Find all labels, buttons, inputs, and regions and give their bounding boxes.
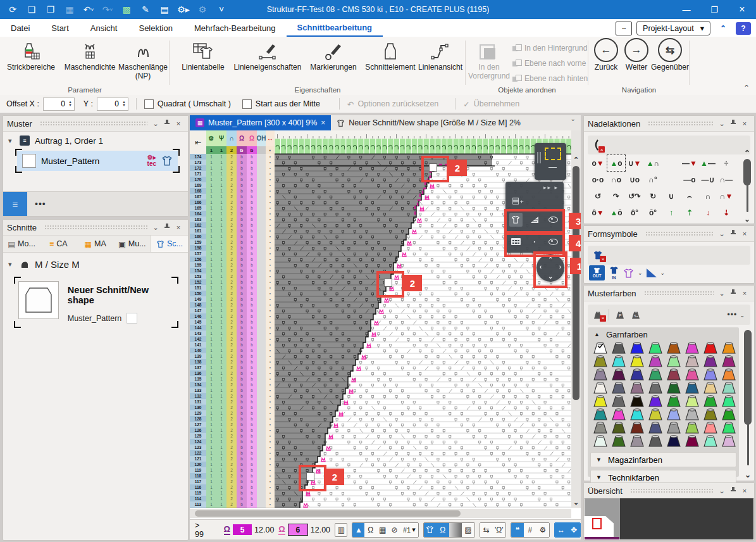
yarn-color-swatch[interactable]	[593, 382, 608, 394]
yarn-color-swatch[interactable]	[721, 395, 736, 407]
yarn-color-swatch[interactable]	[629, 342, 645, 354]
open-file-icon[interactable]: ❐	[44, 3, 57, 16]
pattern-row[interactable]: 117112bb▪	[190, 479, 275, 484]
pattern-row[interactable]: 157112bb▪	[190, 251, 275, 256]
pattern-row[interactable]: 162112bb▪	[190, 222, 275, 228]
split-view-button[interactable]: ▥	[335, 523, 347, 537]
editor-canvas-area[interactable]: ⇤ ⚙1Ψ1∩2ΩbΩbOH↔▪ 174112bb▪173112bb▪17211…	[190, 130, 581, 519]
pattern-row[interactable]: 164112bb▪	[190, 211, 275, 217]
sintral-gear-icon[interactable]: ⚙	[196, 3, 209, 16]
chevron-down-icon[interactable]: ⌄	[716, 289, 728, 298]
yarn-color-swatch[interactable]	[666, 369, 681, 381]
collapse-ribbon-icon[interactable]: ⌃	[715, 22, 731, 35]
needle-delete-icon[interactable]: ×	[593, 139, 602, 151]
pattern-row[interactable]: 171112bb▪	[190, 171, 275, 177]
pattern-row[interactable]: 137112bb▪	[190, 365, 275, 370]
pattern-row[interactable]: 169112bb▪	[190, 182, 275, 188]
needle-action-symbol[interactable]	[662, 172, 680, 187]
tab-selektion[interactable]: Selektion	[128, 20, 183, 36]
yarn-color-swatch[interactable]	[648, 395, 663, 407]
shape-in-button[interactable]: IN	[609, 266, 619, 280]
pattern-row[interactable]: 127112bb▪	[190, 422, 275, 427]
muster-pattern-item[interactable]: Muster_Pattern ⚙▸tec	[17, 151, 178, 171]
yarn-color-swatch[interactable]	[593, 395, 608, 407]
pattern-row[interactable]: 143112bb▪	[190, 331, 275, 336]
yarn-color-swatch[interactable]	[685, 342, 700, 354]
pattern-row[interactable]: 149112bb▪	[190, 296, 275, 302]
close-icon[interactable]: ×	[739, 487, 750, 495]
yarn-color-swatch[interactable]	[629, 382, 645, 394]
pattern-row[interactable]: 145112bb▪	[190, 319, 275, 325]
pattern-row[interactable]: 165112bb▪	[190, 205, 275, 211]
needle-action-symbol[interactable]: —o	[681, 172, 698, 187]
close-icon[interactable]: ×	[173, 224, 184, 231]
minimap-viewport[interactable]	[592, 518, 602, 529]
yarn-color-swatch[interactable]	[648, 355, 663, 367]
yarn-color-swatch[interactable]	[703, 422, 718, 434]
magazinfarben-section-header[interactable]: ▼ Magazinfarben	[590, 452, 736, 467]
chevron-down-icon[interactable]: ⌄	[716, 230, 728, 238]
yarn-color-swatch[interactable]	[611, 422, 626, 434]
pattern-row[interactable]: 160112bb▪	[190, 234, 275, 239]
pattern-row[interactable]: 163112bb▪	[190, 217, 275, 222]
yarn-color-swatch[interactable]	[666, 355, 681, 367]
yarn-color-swatch[interactable]	[611, 408, 626, 420]
yarn-color-swatch[interactable]	[629, 435, 645, 447]
pattern-row[interactable]: 166112bb▪	[190, 199, 275, 205]
yarn-color-swatch[interactable]	[685, 408, 700, 420]
swap-direction-button[interactable]: ⇆	[480, 523, 493, 537]
pattern-row[interactable]: 126112bb▪	[190, 427, 275, 433]
pin-icon[interactable]	[728, 119, 739, 128]
checkbox-icon[interactable]	[144, 99, 154, 109]
scroll-down-icon[interactable]: ⌄	[571, 498, 581, 507]
maschendichte-button[interactable]: Maschendichte	[61, 39, 119, 72]
chevron-down-icon[interactable]: ⌄	[150, 120, 161, 128]
yarn-color-swatch[interactable]	[666, 408, 681, 420]
none-view-button[interactable]: ⊘	[388, 523, 400, 537]
shirt-outline-button[interactable]	[623, 268, 634, 279]
column-header-yarn-carrier-a[interactable]: ⚙	[206, 130, 217, 146]
pattern-row[interactable]: 128112bb▪	[190, 416, 275, 422]
pattern-row[interactable]: 147112bb▪	[190, 308, 275, 313]
tab-datei[interactable]: Datei	[0, 20, 40, 36]
ctrl-cell-stitch-back[interactable]: b	[247, 501, 257, 508]
yarn-color-swatch[interactable]	[611, 342, 626, 354]
chevron-down-icon[interactable]: ⌄	[638, 270, 643, 276]
close-icon[interactable]: ×	[739, 120, 750, 127]
checkbox-icon[interactable]	[242, 99, 252, 109]
yarn-color-swatch[interactable]	[593, 435, 608, 447]
tab-neuer-schnitt[interactable]: Neuer Schnitt/New shape [Größe M / Size …	[331, 115, 526, 130]
tab-list-chevron-icon[interactable]: ⌄	[566, 115, 581, 130]
tec-processing-icon[interactable]: ⚙▸tec	[147, 154, 156, 167]
gauge-back[interactable]: Ω 6 12.00	[278, 524, 330, 536]
pin-icon[interactable]	[728, 486, 739, 495]
tab-start[interactable]: Start	[40, 20, 79, 36]
maximize-button[interactable]: ❐	[700, 0, 728, 19]
needle-action-symbol[interactable]	[662, 155, 680, 171]
pattern-row[interactable]: 120112bb▪	[190, 462, 275, 467]
chevron-down-icon[interactable]: ⌄	[716, 487, 728, 495]
np-value-front[interactable]: 5	[233, 524, 252, 535]
measure-button[interactable]: ↔	[555, 523, 567, 537]
chevron-down-icon[interactable]: ⌄	[150, 224, 161, 232]
column-value-stitch-back[interactable]: b	[247, 146, 257, 154]
weiter-button[interactable]: → Weiter	[623, 39, 650, 72]
needle-action-symbol[interactable]: ▲—	[699, 155, 717, 171]
navigator-selection[interactable]	[545, 148, 561, 160]
pattern-row[interactable]: 139112bb▪	[190, 353, 275, 359]
yarn-color-swatch[interactable]	[666, 435, 681, 447]
more-options-button[interactable]: •••	[35, 199, 46, 209]
pin-icon[interactable]	[161, 223, 173, 232]
triangle-tool-button[interactable]	[647, 268, 657, 277]
needle-action-symbol[interactable]: ∩—	[717, 172, 735, 187]
yarn-color-swatch[interactable]	[703, 382, 718, 394]
zurueck-button[interactable]: ← Zurück	[591, 39, 621, 72]
chevron-down-icon[interactable]: ⌄	[660, 270, 666, 276]
tab-ansicht[interactable]: Ansicht	[80, 20, 128, 36]
yarn-color-swatch[interactable]	[721, 408, 736, 420]
cone-add-icon[interactable]: S₊	[631, 310, 641, 320]
shirt-outline-icon[interactable]	[161, 155, 173, 167]
pattern-row[interactable]: 170112bb▪	[190, 177, 275, 182]
grid-view-button[interactable]: ▦	[376, 523, 388, 537]
chevron-down-icon[interactable]: ⌄	[716, 120, 728, 128]
